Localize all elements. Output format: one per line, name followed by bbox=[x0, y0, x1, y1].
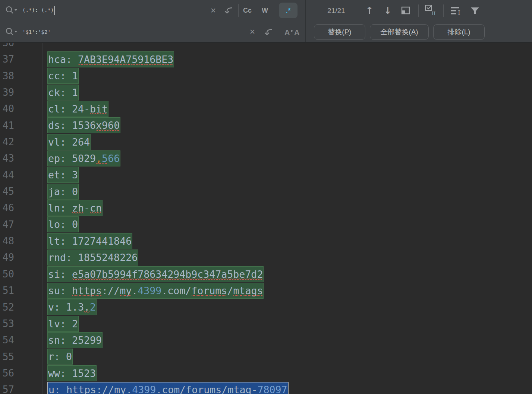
match-highlight[interactable]: ds: 1536x960 bbox=[47, 117, 120, 133]
code-text: 4399 bbox=[132, 384, 156, 394]
code-text: bit bbox=[90, 103, 108, 115]
svg-text:A: A bbox=[294, 28, 299, 36]
search-options-menu-icon[interactable]: I bbox=[450, 5, 464, 16]
code-text: zh bbox=[72, 202, 84, 214]
replace-all-button-mnemonic: A bbox=[411, 28, 416, 36]
code-line[interactable]: 36 bbox=[0, 43, 532, 51]
code-text: my bbox=[114, 384, 126, 394]
next-occurrence-icon[interactable]: ↓ bbox=[384, 6, 392, 15]
words-toggle[interactable]: W bbox=[262, 7, 274, 15]
code-text: ln: bbox=[48, 202, 72, 214]
code-line[interactable]: 40cl: 24-bit bbox=[0, 101, 532, 117]
search-history-icon[interactable] bbox=[5, 6, 18, 15]
match-case-toggle[interactable]: Cc bbox=[243, 7, 256, 15]
line-number: 36 bbox=[0, 43, 14, 51]
code-text: . bbox=[84, 301, 90, 313]
match-highlight[interactable]: vl: 264 bbox=[47, 134, 91, 150]
match-highlight[interactable]: r: 0 bbox=[47, 349, 73, 365]
code-line[interactable]: 56ww: 1523 bbox=[0, 365, 532, 381]
line-number: 47 bbox=[0, 216, 14, 233]
code-line[interactable]: 51su: https://my.4399.com/forums/mtags bbox=[0, 282, 532, 299]
current-match-highlight[interactable]: u: https://my.4399.com/forums/mtag-78097 bbox=[47, 382, 289, 394]
preserve-case-toggle[interactable]: A A bbox=[284, 26, 301, 38]
line-number: 44 bbox=[0, 167, 14, 183]
replace-button[interactable]: 替换(P) bbox=[314, 24, 365, 40]
search-row-controls: ✕ Cc W .* bbox=[208, 3, 298, 18]
code-line[interactable]: 57u: https://my.4399.com/forums/mtag-780… bbox=[0, 381, 532, 394]
code-line[interactable]: 37hca: 7AB3E94A75916BE3 bbox=[0, 51, 532, 67]
replace-button-label: 替换( bbox=[328, 27, 344, 37]
match-highlight[interactable]: lt: 1727441846 bbox=[47, 233, 132, 249]
code-line[interactable]: 47lo: 0 bbox=[0, 216, 532, 233]
code-text: my bbox=[120, 285, 132, 296]
regex-toggle[interactable]: .* bbox=[279, 3, 298, 18]
code-text: 4399 bbox=[138, 285, 161, 296]
code-line[interactable]: 44et: 3 bbox=[0, 167, 532, 183]
code-line[interactable]: 49rnd: 1855248226 bbox=[0, 249, 532, 266]
code-line[interactable]: 53lv: 2 bbox=[0, 315, 532, 332]
ide-find-replace-screen: (.*): (.*) ✕ Cc W bbox=[0, 0, 532, 394]
replace-all-button[interactable]: 全部替换(A) bbox=[370, 24, 429, 40]
match-highlight[interactable]: cc: 1 bbox=[47, 68, 79, 84]
select-all-occurrences-icon[interactable]: II bbox=[425, 4, 438, 17]
code-text: mtags bbox=[233, 285, 263, 296]
code-text: rnd: 1855248226 bbox=[48, 252, 138, 263]
code-lines: 3637hca: 7AB3E94A75916BE338cc: 139ck: 14… bbox=[0, 43, 532, 394]
match-highlight[interactable]: v: 1.3.2 bbox=[47, 299, 97, 315]
line-number: 43 bbox=[0, 150, 14, 166]
code-text: .com/ bbox=[156, 384, 186, 394]
search-row: (.*): (.*) ✕ Cc W bbox=[0, 0, 305, 21]
code-line[interactable]: 55r: 0 bbox=[0, 349, 532, 365]
match-highlight[interactable]: ck: 1 bbox=[47, 85, 79, 101]
replace-buttons-row: 替换(P) 全部替换(A) 排除(L) bbox=[306, 21, 532, 42]
code-line[interactable]: 41ds: 1536x960 bbox=[0, 117, 532, 134]
code-line[interactable]: 54sn: 25299 bbox=[0, 332, 532, 348]
match-highlight[interactable]: su: https://my.4399.com/forums/mtags bbox=[47, 283, 264, 299]
code-text: , bbox=[96, 153, 102, 164]
code-text: x960 bbox=[96, 120, 120, 131]
clear-replace-icon[interactable]: ✕ bbox=[247, 28, 258, 35]
exclude-button[interactable]: 排除(L) bbox=[433, 24, 485, 40]
code-line[interactable]: 42vl: 264 bbox=[0, 134, 532, 150]
text-caret bbox=[54, 6, 55, 15]
match-highlight[interactable]: ep: 5029,566 bbox=[47, 150, 120, 166]
code-line[interactable]: 45ja: 0 bbox=[0, 183, 532, 200]
match-highlight[interactable]: ja: 0 bbox=[47, 184, 79, 200]
code-line[interactable]: 46ln: zh-cn bbox=[0, 200, 532, 216]
match-highlight[interactable]: lv: 2 bbox=[47, 316, 79, 332]
replace-all-button-label: 全部替换( bbox=[380, 27, 411, 37]
match-highlight[interactable]: rnd: 1855248226 bbox=[47, 250, 138, 266]
replace-button-label-end: ) bbox=[349, 28, 351, 36]
code-text: - bbox=[251, 384, 257, 394]
code-line[interactable]: 39ck: 1 bbox=[0, 84, 532, 101]
code-text: lv: 2 bbox=[48, 318, 78, 330]
insert-newline-icon[interactable] bbox=[263, 26, 274, 38]
clear-search-icon[interactable]: ✕ bbox=[208, 7, 219, 14]
previous-occurrence-icon[interactable]: ↑ bbox=[366, 6, 374, 15]
search-input[interactable]: (.*): (.*) bbox=[22, 6, 55, 15]
match-highlight[interactable]: ln: zh-cn bbox=[47, 200, 103, 216]
match-highlight[interactable]: sn: 25299 bbox=[47, 332, 103, 348]
code-line[interactable]: 48lt: 1727441846 bbox=[0, 233, 532, 249]
toolbar-divider bbox=[279, 26, 279, 38]
line-number: 55 bbox=[0, 349, 14, 365]
match-highlight[interactable]: et: 3 bbox=[47, 167, 79, 183]
code-line[interactable]: 43ep: 5029,566 bbox=[0, 150, 532, 166]
find-in-selection-icon[interactable] bbox=[401, 6, 411, 16]
match-highlight[interactable]: cl: 24-bit bbox=[47, 101, 108, 117]
code-line[interactable]: 52v: 1.3.2 bbox=[0, 299, 532, 315]
code-line[interactable]: 38cc: 1 bbox=[0, 68, 532, 84]
match-highlight[interactable]: lo: 0 bbox=[47, 216, 79, 232]
replace-input[interactable]: '$1':'$2' bbox=[22, 29, 51, 35]
code-text: cl: 24- bbox=[48, 103, 90, 115]
code-line[interactable]: 50si: e5a07b5994f78634294b9c347a5be7d2 bbox=[0, 266, 532, 282]
replace-button-mnemonic: P bbox=[344, 28, 349, 36]
code-text: . bbox=[126, 384, 132, 394]
match-highlight[interactable]: hca: 7AB3E94A75916BE3 bbox=[47, 51, 174, 67]
replace-history-icon[interactable] bbox=[5, 27, 18, 37]
filter-search-results-icon[interactable] bbox=[470, 6, 480, 16]
editor-pane[interactable]: 3637hca: 7AB3E94A75916BE338cc: 139ck: 14… bbox=[0, 43, 532, 394]
insert-newline-icon[interactable] bbox=[223, 5, 234, 16]
match-highlight[interactable]: ww: 1523 bbox=[47, 365, 97, 381]
match-highlight[interactable]: si: e5a07b5994f78634294b9c347a5be7d2 bbox=[47, 266, 264, 282]
